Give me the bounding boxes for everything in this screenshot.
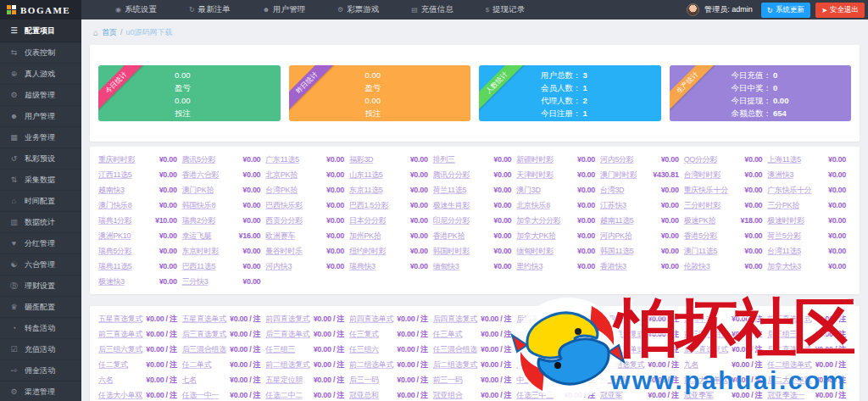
lottery-cell-link[interactable]: 瑞典5分彩	[98, 246, 159, 257]
nav-item-4[interactable]: ▤充值信息	[411, 4, 453, 15]
bet-cell-link[interactable]: 前三组三	[516, 329, 564, 340]
lottery-cell-link[interactable]: 广东11选5	[265, 154, 326, 165]
bet-cell-link[interactable]: 前三直选单式	[98, 329, 146, 340]
lottery-cell-link[interactable]: 台湾时时彩	[684, 170, 745, 181]
bet-cell-link[interactable]: 后二直选复式	[684, 344, 732, 355]
sidebar-item-0[interactable]: ☰配置项目	[0, 19, 81, 42]
bet-cell-link[interactable]: 前三混合组选	[684, 329, 732, 340]
bet-cell-link[interactable]: 任三单式	[433, 329, 481, 340]
bet-cell-link[interactable]: 五星直选单式	[182, 314, 230, 325]
lottery-cell-link[interactable]: 东京11选5	[349, 185, 410, 196]
lottery-cell-link[interactable]: 澳洲PK10	[98, 231, 159, 242]
lottery-cell-link[interactable]: 东京时时彩	[182, 246, 243, 257]
lottery-cell-link[interactable]: 极速PK拾	[684, 215, 741, 226]
nav-item-2[interactable]: ☻用户管理	[263, 4, 305, 15]
bet-cell-link[interactable]: 后四直选复式	[433, 314, 481, 325]
bet-cell-link[interactable]: 任四单式	[684, 314, 732, 325]
lottery-cell-link[interactable]: 香港PK拾	[433, 231, 494, 242]
bet-cell-link[interactable]: 任三一码	[600, 375, 648, 386]
lottery-cell-link[interactable]: 日本分分彩	[349, 215, 410, 226]
lottery-cell-link[interactable]: 澳门快乐8	[98, 200, 159, 211]
lottery-cell-link[interactable]: 北京PK拾	[265, 170, 326, 181]
bet-cell-link[interactable]: 任三复式	[349, 329, 397, 340]
lottery-cell-link[interactable]: 新疆时时彩	[516, 154, 577, 165]
bet-cell-link[interactable]: 前四直选单式	[349, 314, 397, 325]
lottery-cell-link[interactable]: 极速时时彩	[767, 215, 828, 226]
sidebar-item-14[interactable]: ◔转盘活动	[0, 318, 81, 339]
nav-item-3[interactable]: ⚙彩票游戏	[337, 4, 379, 15]
nav-item-1[interactable]: ↻最新注单	[189, 4, 231, 15]
lottery-cell-link[interactable]: 三分时时彩	[684, 200, 745, 211]
admin-avatar[interactable]	[687, 3, 699, 16]
bet-cell-link[interactable]: 后三一码	[349, 375, 397, 386]
bet-cell-link[interactable]: 中三一码	[516, 375, 564, 386]
bet-cell-link[interactable]: 冠亚军	[600, 390, 648, 401]
lottery-cell-link[interactable]: 加拿大快3	[767, 261, 828, 272]
bet-cell-link[interactable]: 后三组三	[767, 329, 815, 340]
bet-cell-link[interactable]: 五星定位胆	[265, 375, 313, 386]
sidebar-item-7[interactable]: ⇅采集数据	[0, 170, 81, 191]
sidebar-item-4[interactable]: ☻用户管理	[0, 106, 81, 127]
bet-cell-link[interactable]: 九名	[684, 359, 732, 370]
bet-cell-link[interactable]: 冠亚总和	[349, 390, 397, 401]
bet-cell-link[interactable]: 前四直选复式	[265, 314, 313, 325]
bet-cell-link[interactable]: 任二复式	[98, 359, 146, 370]
lottery-cell-link[interactable]: 巴西快乐彩	[265, 200, 326, 211]
lottery-cell-link[interactable]: 北京快乐8	[516, 200, 577, 211]
lottery-cell-link[interactable]: 江苏快3	[600, 200, 661, 211]
breadcrumb-current-link[interactable]: u0源码网下载	[126, 27, 173, 38]
lottery-cell-link[interactable]: 韩国快乐8	[182, 200, 243, 211]
lottery-cell-link[interactable]: 巴西11选5	[182, 261, 243, 272]
lottery-cell-link[interactable]: 西贡分分彩	[265, 215, 326, 226]
lottery-cell-link[interactable]: 荷兰5分彩	[767, 231, 828, 242]
lottery-cell-link[interactable]: 河内5分彩	[600, 154, 661, 165]
lottery-cell-link[interactable]: 纽约时时彩	[349, 246, 410, 257]
bet-cell-link[interactable]: 后二组选单式	[516, 359, 564, 370]
lottery-cell-link[interactable]: 欧洲赛车	[265, 231, 326, 242]
lottery-cell-link[interactable]: 瑞典2分彩	[182, 215, 243, 226]
nav-item-0[interactable]: ◉系统设置	[115, 4, 157, 15]
nav-item-5[interactable]: $提现记录	[486, 4, 525, 15]
lottery-cell-link[interactable]: 极速生肖彩	[433, 200, 494, 211]
lottery-cell-link[interactable]: 三分快3	[182, 276, 243, 287]
bet-cell-link[interactable]: 前三组六复式	[600, 329, 648, 340]
bet-cell-link[interactable]: 前三一码	[433, 375, 481, 386]
sidebar-item-5[interactable]: ▦业务管理	[0, 127, 81, 148]
lottery-cell-link[interactable]: 加州PK拾	[349, 231, 410, 242]
lottery-cell-link[interactable]: 香港快3	[600, 261, 661, 272]
lottery-cell-link[interactable]: 台湾11选5	[767, 246, 828, 257]
lottery-cell-link[interactable]: 幸运飞艇	[182, 231, 239, 242]
lottery-cell-link[interactable]: 瑞典11选5	[98, 261, 159, 272]
system-update-button[interactable]: ↻ 系统更新	[761, 3, 810, 18]
sidebar-item-2[interactable]: ⊕真人游戏	[0, 64, 81, 85]
bet-cell-link[interactable]: 后二直选单式	[767, 344, 815, 355]
lottery-cell-link[interactable]: 加拿大PK拾	[516, 231, 577, 242]
app-logo[interactable]: BOGAME	[0, 0, 81, 19]
lottery-cell-link[interactable]: 越南快3	[98, 185, 159, 196]
lottery-cell-link[interactable]: 越南11选5	[600, 215, 661, 226]
bet-cell-link[interactable]: 任三混合组选	[433, 344, 481, 355]
lottery-cell-link[interactable]: 澳门时时彩	[600, 170, 653, 181]
lottery-cell-link[interactable]: 排列三	[433, 154, 494, 165]
bet-cell-link[interactable]: 任选一中一	[182, 390, 230, 401]
bet-cell-link[interactable]: 后二大小单双	[767, 375, 815, 386]
lottery-cell-link[interactable]: 伦敦快3	[684, 261, 745, 272]
sidebar-item-9[interactable]: ▥数据统计	[0, 212, 81, 233]
lottery-cell-link[interactable]: 加拿大分分彩	[516, 215, 577, 226]
bet-cell-link[interactable]: 后三混合组选	[182, 344, 230, 355]
lottery-cell-link[interactable]: 腾讯5分彩	[182, 154, 243, 165]
lottery-cell-link[interactable]: 极速快3	[98, 276, 159, 287]
sidebar-item-16[interactable]: ⇨佣金活动	[0, 360, 81, 382]
lottery-cell-link[interactable]: 韩国时时彩	[433, 246, 494, 257]
lottery-cell-link[interactable]: 福彩3D	[349, 154, 410, 165]
lottery-cell-link[interactable]: 荷兰11选5	[433, 185, 494, 196]
lottery-cell-link[interactable]: 澳门3D	[516, 185, 577, 196]
lottery-cell-link[interactable]: 澳门11选5	[684, 246, 745, 257]
lottery-cell-link[interactable]: 瑞典快3	[349, 261, 410, 272]
lottery-cell-link[interactable]: 重庆时时彩	[98, 154, 159, 165]
bet-cell-link[interactable]: 前二大小单双	[684, 375, 732, 386]
bet-cell-link[interactable]: 任选大小单双	[98, 390, 146, 401]
bet-cell-link[interactable]: 五星直选复式	[98, 314, 146, 325]
bet-cell-link[interactable]: 任二组选复式	[600, 359, 648, 370]
lottery-cell-link[interactable]: 台湾3D	[600, 185, 661, 196]
